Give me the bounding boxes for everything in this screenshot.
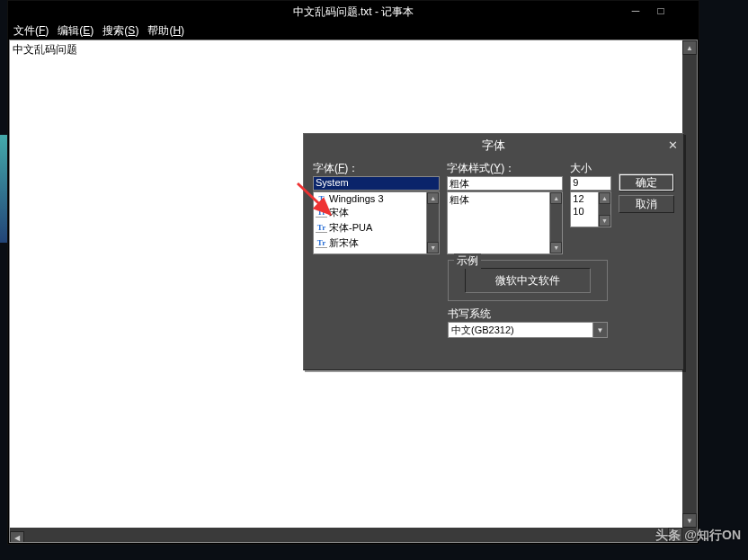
truetype-icon: Tr	[316, 208, 327, 218]
cancel-button[interactable]: 取消	[619, 195, 674, 213]
listbox-scrollbar[interactable]: ▲▼	[426, 192, 439, 253]
font-input[interactable]: System	[313, 176, 440, 191]
menu-file[interactable]: 文件(F)	[12, 23, 50, 39]
chevron-down-icon[interactable]: ▼	[592, 323, 607, 337]
window-controls: ─ □	[623, 1, 699, 21]
horizontal-scrollbar[interactable]: ◀ ▶	[10, 528, 682, 542]
sample-text: 微软中文软件	[465, 268, 591, 293]
list-item[interactable]: Tr宋体-PUA	[314, 220, 439, 236]
script-label: 书写系统	[448, 307, 608, 322]
scroll-down-icon[interactable]: ▼	[599, 215, 610, 227]
editor-content: 中文乱码问题	[10, 40, 697, 59]
list-item[interactable]: 粗体	[448, 192, 562, 208]
list-item[interactable]: TWingdings 3	[314, 192, 439, 205]
truetype-icon: Tr	[316, 223, 327, 233]
dialog-body: 字体(F)： System TWingdings 3 Tr宋体 Tr宋体-PUA…	[304, 157, 683, 369]
scroll-up-icon[interactable]: ▲	[550, 192, 562, 204]
menu-search[interactable]: 搜索(S)	[101, 23, 140, 39]
size-label: 大小	[570, 161, 611, 176]
dialog-titlebar[interactable]: 字体 ✕	[304, 134, 683, 157]
size-input[interactable]: 9	[570, 176, 611, 191]
scroll-down-icon[interactable]: ▼	[682, 513, 697, 528]
font-label: 字体(F)：	[313, 161, 440, 176]
maximize-button[interactable]: □	[648, 1, 673, 21]
watermark: 头条 @知行ON	[655, 528, 741, 544]
minimize-button[interactable]: ─	[623, 1, 648, 21]
list-item[interactable]: Tr新宋体	[314, 236, 439, 251]
list-item[interactable]: Tr宋体	[314, 205, 439, 220]
window-title: 中文乱码问题.txt - 记事本	[293, 4, 414, 20]
menu-edit[interactable]: 编辑(E)	[56, 23, 95, 39]
truetype-icon: Tr	[316, 238, 327, 248]
truetype-icon: T	[316, 194, 327, 204]
scroll-up-icon[interactable]: ▲	[682, 40, 697, 55]
desktop-edge	[0, 135, 7, 243]
listbox-scrollbar[interactable]: ▲▼	[549, 192, 562, 253]
titlebar[interactable]: 中文乱码问题.txt - 记事本 ─ □	[8, 1, 699, 22]
scroll-up-icon[interactable]: ▲	[599, 192, 610, 204]
scroll-down-icon[interactable]: ▼	[427, 242, 439, 253]
vertical-scrollbar[interactable]: ▲ ▼	[682, 40, 697, 528]
size-listbox[interactable]: 12 10 ▲▼	[570, 191, 611, 227]
style-label: 字体样式(Y)：	[447, 161, 563, 176]
dialog-close-icon[interactable]: ✕	[668, 138, 678, 152]
scroll-down-icon[interactable]: ▼	[550, 242, 562, 253]
listbox-scrollbar[interactable]: ▲▼	[598, 192, 610, 227]
close-button[interactable]	[673, 1, 699, 21]
scroll-left-icon[interactable]: ◀	[10, 531, 24, 544]
sample-fieldset: 示例 微软中文软件	[448, 260, 608, 301]
menubar: 文件(F) 编辑(E) 搜索(S) 帮助(H)	[8, 22, 699, 39]
scroll-up-icon[interactable]: ▲	[427, 192, 439, 204]
script-value: 中文(GB2312)	[449, 324, 592, 337]
dialog-title: 字体	[482, 138, 505, 154]
ok-button[interactable]: 确定	[619, 173, 674, 191]
style-input[interactable]: 粗体	[447, 176, 563, 191]
font-dialog: 字体 ✕ 字体(F)： System TWingdings 3 Tr宋体 Tr宋…	[303, 133, 684, 370]
script-combobox[interactable]: 中文(GB2312) ▼	[448, 322, 608, 338]
style-listbox[interactable]: 粗体 ▲▼	[447, 191, 563, 254]
font-listbox[interactable]: TWingdings 3 Tr宋体 Tr宋体-PUA Tr新宋体 ▲▼	[313, 191, 440, 254]
sample-legend: 示例	[454, 253, 481, 269]
menu-help[interactable]: 帮助(H)	[146, 23, 186, 39]
